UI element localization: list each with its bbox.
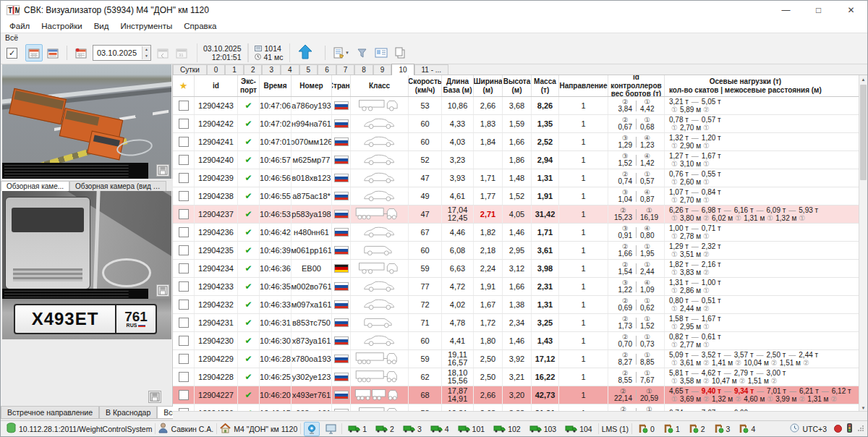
row-checkbox[interactable] (179, 191, 189, 201)
header-col-width[interactable]: Ширина (м) (474, 75, 503, 96)
header-col-axle-loads[interactable]: Осевые нагрузки (т) кол-во скатов | межо… (665, 75, 860, 96)
day-tab-11 - ...[interactable]: 11 - ... (414, 64, 449, 75)
day-tab-6[interactable]: 6 (318, 64, 336, 75)
camera-tab-0[interactable]: Обзорная каме... (1, 181, 69, 191)
lane-truck-indicator-103[interactable]: 103 (527, 424, 560, 434)
table-row[interactable]: 12904239✔10:46:56в018хв123473,931,711,48… (173, 169, 860, 187)
table-row[interactable]: 12904243✔10:47:06а786оу1935310,862,663,6… (173, 97, 860, 115)
row-checkbox[interactable] (179, 372, 189, 382)
today-button[interactable]: 31 (173, 44, 190, 61)
scroll-up-arrow[interactable]: ▲ (859, 75, 867, 84)
day-view-button[interactable] (25, 44, 43, 61)
lane-truck-indicator-4[interactable]: 4 (427, 424, 452, 434)
row-checkbox[interactable] (179, 137, 189, 147)
table-row[interactable]: 12904240✔10:46:57м625мр77523,231,862,941… (173, 151, 860, 169)
header-col-speed[interactable]: Скорость (км/ч) (409, 75, 442, 96)
table-row[interactable]: 12904230✔10:46:30х873уа161604,411,801,46… (173, 332, 860, 350)
day-tab-7[interactable]: 7 (336, 64, 355, 75)
day-tab-2[interactable]: 2 (244, 64, 263, 75)
table-row[interactable]: 12904237✔10:46:53р583уа1984717,04 12,452… (173, 205, 860, 224)
lane-truck-indicator-3[interactable]: 3 (400, 424, 425, 434)
header-col-export[interactable]: Экс- порт (238, 75, 260, 96)
header-col-country[interactable]: Страна (332, 75, 351, 96)
header-col-length[interactable]: Длина База (м) (442, 75, 474, 96)
table-row[interactable]: 12904241✔10:47:01о070мм126604,031,841,66… (173, 133, 860, 151)
table-row[interactable]: 12904236✔10:46:42н480нн61674,461,821,461… (173, 224, 860, 242)
minimize-button[interactable]: — (770, 1, 802, 20)
period-view-button[interactable] (44, 44, 61, 61)
filter-button[interactable] (354, 44, 371, 61)
vertical-scrollbar[interactable]: ▲ ▼ (859, 75, 867, 412)
row-checkbox[interactable] (179, 209, 189, 219)
date-spinner[interactable]: ▲▼ (142, 46, 150, 59)
menu-item-0[interactable]: Файл (4, 21, 35, 31)
lane-truck-indicator-104[interactable]: 104 (562, 424, 595, 434)
select-all-checkbox[interactable]: ✓ (7, 48, 17, 59)
card-view-button[interactable] (373, 44, 390, 61)
header-col-height[interactable]: Высота (м) (503, 75, 532, 96)
row-checkbox[interactable] (179, 336, 189, 346)
camera-tab-1[interactable]: Обзорная камера (вид спереди; ... (69, 181, 166, 191)
date-input[interactable]: 03.10.2025 ▲▼ (93, 45, 151, 61)
lane-truck-indicator-1[interactable]: 1 (345, 424, 370, 434)
lane-truck-indicator-101[interactable]: 101 (455, 424, 488, 434)
controller-indicator-2[interactable]: 2 (686, 423, 708, 435)
maximize-button[interactable]: □ (802, 1, 835, 20)
day-tab-5[interactable]: 5 (299, 64, 318, 75)
table-row[interactable]: 12904242✔10:47:02н994на761604,331,831,59… (173, 115, 860, 133)
prev-date-button[interactable] (154, 44, 171, 61)
table-row[interactable]: 12904235✔10:46:39м061рр161606,082,182,95… (173, 242, 860, 260)
day-tab-8[interactable]: 8 (354, 64, 373, 75)
row-checkbox[interactable] (179, 354, 189, 364)
horizontal-scrollbar[interactable] (173, 411, 867, 420)
menu-item-4[interactable]: Справка (178, 21, 222, 31)
header-col-direction[interactable]: Направление (559, 75, 608, 96)
row-checkbox[interactable] (179, 227, 189, 237)
header-col-select[interactable]: ★ (173, 75, 195, 96)
save-image-button[interactable] (156, 164, 169, 177)
scrollbar-thumb[interactable] (860, 85, 867, 180)
table-row[interactable]: 12904227✔10:46:20х493ет7616817,87 14,912… (173, 386, 860, 404)
row-checkbox[interactable] (179, 281, 189, 292)
header-col-class[interactable]: Класс (351, 75, 409, 96)
row-checkbox[interactable] (179, 245, 189, 255)
direction-tab-0[interactable]: Встречное направление (1, 407, 99, 419)
controller-indicator-1[interactable]: 1 (660, 423, 683, 435)
controller-indicator-4[interactable]: 4 (736, 423, 758, 435)
table-row[interactable]: 12904229✔10:46:28х780оа1935919,11 16,572… (173, 350, 860, 368)
lane-truck-indicator-2[interactable]: 2 (373, 424, 397, 434)
day-tab-4[interactable]: 4 (281, 64, 299, 75)
table-row[interactable]: 12904238✔10:46:55а875ас18*494,611,771,52… (173, 187, 860, 205)
controller-indicator-0[interactable]: 0 (635, 423, 658, 435)
scroll-to-new-button[interactable] (297, 44, 313, 61)
row-checkbox[interactable] (179, 300, 189, 310)
resize-grip[interactable] (857, 425, 864, 433)
webcam-toggle-button[interactable] (304, 422, 320, 436)
row-checkbox[interactable] (179, 390, 189, 400)
row-checkbox[interactable] (179, 318, 189, 328)
menu-item-3[interactable]: Инструменты (114, 21, 178, 31)
table-row[interactable]: 12904233✔10:46:35м002во761774,721,911,66… (173, 278, 860, 296)
day-tab-1[interactable]: 1 (225, 64, 244, 75)
day-tab-Сутки[interactable]: Сутки (173, 64, 207, 75)
report-button[interactable]: ▼ (331, 44, 352, 61)
save-image-button[interactable] (148, 391, 161, 403)
day-tab-0[interactable]: 0 (207, 64, 226, 75)
header-col-number[interactable]: Номер (292, 75, 332, 96)
menu-item-1[interactable]: Настройки (35, 21, 88, 31)
set-date-button[interactable] (72, 44, 90, 61)
lane-truck-indicator-102[interactable]: 102 (490, 424, 524, 434)
close-button[interactable]: ✕ (835, 1, 867, 20)
header-col-time[interactable]: Время (260, 75, 292, 96)
table-row[interactable]: 12904232✔10:46:33м097ха161724,021,671,38… (173, 296, 860, 314)
day-tab-10[interactable]: 10 (391, 64, 414, 75)
row-checkbox[interactable] (179, 101, 189, 111)
header-col-id[interactable]: id (195, 75, 238, 96)
day-tab-9[interactable]: 9 (373, 64, 392, 75)
copy-button[interactable] (391, 44, 409, 61)
menu-item-2[interactable]: Вид (88, 21, 115, 31)
controller-indicator-3[interactable]: 3 (711, 423, 733, 435)
day-tab-3[interactable]: 3 (262, 64, 281, 75)
table-row[interactable]: 12904231✔10:46:31в853тс750714,781,722,34… (173, 314, 860, 332)
monitor-toggle-button[interactable] (323, 422, 339, 436)
